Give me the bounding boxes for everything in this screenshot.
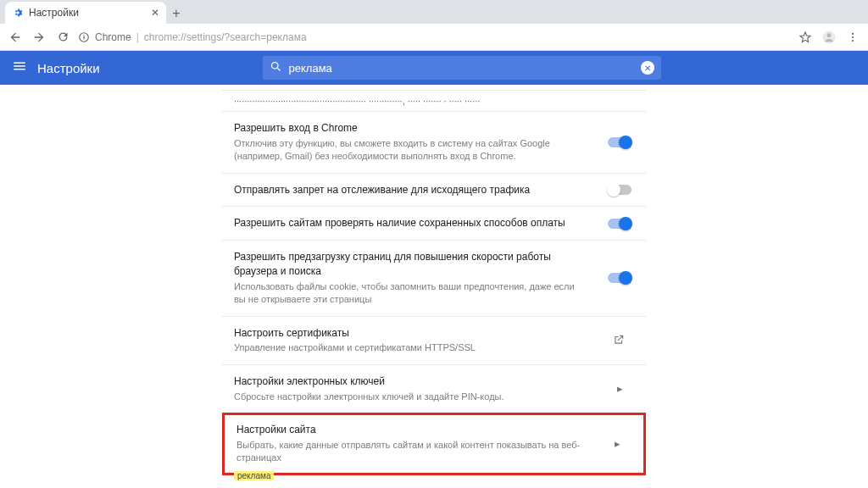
row-title: Разрешить сайтам проверять наличие сохра… xyxy=(234,216,588,230)
toolbar: Chrome | chrome://settings/?search=рекла… xyxy=(0,24,868,51)
row-title: Настройки электронных ключей xyxy=(234,374,588,389)
svg-point-5 xyxy=(852,32,854,34)
svg-rect-1 xyxy=(83,36,84,39)
svg-point-6 xyxy=(852,36,854,37)
row-desc: Управление настройками и сертификатами H… xyxy=(234,341,588,354)
toggle-login-chrome[interactable] xyxy=(608,137,632,147)
tab-strip: Настройки ✕ + xyxy=(0,0,868,24)
row-desc: Сбросьте настройки электронных ключей и … xyxy=(234,391,588,403)
row-desc: Отключив эту функцию, вы сможете входить… xyxy=(234,137,588,164)
omnibox-path: chrome://settings/?search=реклама xyxy=(144,31,307,43)
chevron-right-icon: ▸ xyxy=(615,437,620,450)
settings-header: Настройки ✕ xyxy=(0,51,868,85)
row-title: рию xyxy=(242,485,588,489)
row-title: Разрешить вход в Chrome xyxy=(234,121,588,136)
hamburger-icon[interactable] xyxy=(12,58,27,77)
search-icon xyxy=(270,60,282,76)
address-bar[interactable]: Chrome | chrome://settings/?search=рекла… xyxy=(78,31,790,43)
settings-title: Настройки xyxy=(37,61,100,75)
close-icon[interactable]: ✕ xyxy=(151,7,159,19)
content-area: ········································… xyxy=(0,85,868,488)
toggle-dnt[interactable] xyxy=(608,185,632,195)
row-desc: Использовать файлы cookie, чтобы запомни… xyxy=(234,280,588,307)
forward-button[interactable] xyxy=(31,29,47,46)
row-login-chrome: Разрешить вход в Chrome Отключив эту фун… xyxy=(222,111,646,173)
row-preload: Разрешить предзагрузку страниц для повыш… xyxy=(222,240,646,315)
row-payment: Разрешить сайтам проверять наличие сохра… xyxy=(222,206,646,240)
svg-point-8 xyxy=(271,62,278,69)
new-tab-button[interactable]: + xyxy=(166,3,186,24)
reload-button[interactable] xyxy=(54,29,71,46)
row-title: Настройки сайта xyxy=(236,423,586,437)
info-icon xyxy=(78,31,90,43)
toggle-preload[interactable] xyxy=(608,273,632,283)
row-desc: Выбрать, какие данные отправлять сайтам … xyxy=(236,439,586,465)
toggle-payment[interactable] xyxy=(608,219,632,229)
row-title: Отправлять запрет на отслеживание для ис… xyxy=(234,183,588,197)
search-input[interactable] xyxy=(289,62,634,75)
svg-rect-2 xyxy=(83,35,84,36)
tab-title: Настройки xyxy=(29,7,79,19)
clear-search-button[interactable]: ✕ xyxy=(641,61,654,75)
tab-settings[interactable]: Настройки ✕ xyxy=(5,2,166,24)
truncated-row: ········································… xyxy=(222,90,646,111)
profile-avatar-icon[interactable] xyxy=(821,29,837,46)
external-link-icon xyxy=(613,334,626,347)
omnibox-host: Chrome xyxy=(95,31,131,43)
gear-icon xyxy=(12,7,24,19)
settings-search: ✕ xyxy=(263,56,661,80)
row-site-settings[interactable]: Настройки сайта Выбрать, какие данные от… xyxy=(222,413,646,475)
settings-card: ········································… xyxy=(222,85,646,488)
row-security-keys[interactable]: Настройки электронных ключей Сбросьте на… xyxy=(222,364,646,413)
row-title: Разрешить предзагрузку страниц для повыш… xyxy=(234,250,588,279)
kebab-menu-icon[interactable] xyxy=(844,29,861,46)
bookmark-star-icon[interactable] xyxy=(797,29,814,46)
row-title: Настроить сертификаты xyxy=(234,326,588,341)
chevron-right-icon: ▸ xyxy=(617,382,623,395)
svg-point-4 xyxy=(827,33,832,37)
row-dnt: Отправлять запрет на отслеживание для ис… xyxy=(222,173,646,207)
row-clear-data[interactable]: реклама рию Удалить файлы cookie и данны… xyxy=(222,475,646,489)
svg-point-7 xyxy=(852,40,854,42)
search-match-chip: реклама xyxy=(234,471,274,480)
back-button[interactable] xyxy=(7,29,24,46)
row-certificates[interactable]: Настроить сертификаты Управление настрой… xyxy=(222,316,646,364)
